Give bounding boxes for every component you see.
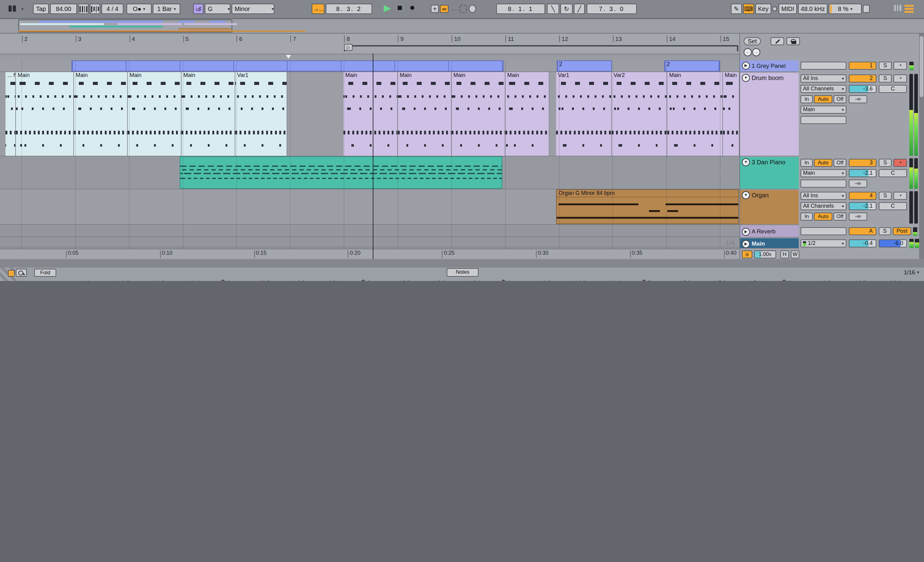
midi-beat-label[interactable]: 5 (646, 280, 651, 281)
drum-monitor-in[interactable]: In (801, 95, 813, 103)
arrangement-clip-drum[interactable]: Main (723, 72, 740, 156)
audition-waveform-button[interactable]: ıḷı (742, 250, 752, 258)
midi-beat-label[interactable]: 5.3 (716, 280, 726, 281)
drum-monitor-off[interactable]: Off (834, 95, 846, 103)
draw-mode-circle-button[interactable] (469, 5, 476, 13)
grey-io-box[interactable] (801, 62, 846, 70)
drum-output-channel[interactable] (801, 116, 846, 124)
track-header-drum-boom[interactable]: ▼Drum boom (740, 73, 799, 156)
bar-number[interactable]: 13 (613, 36, 622, 42)
drum-input-channel[interactable]: All Channels▾ (801, 85, 846, 93)
organ-input-channel[interactable]: All Channels▾ (801, 202, 846, 210)
fold-button[interactable]: Fold (34, 269, 56, 277)
arrangement-clip-drum[interactable]: Var1 (235, 72, 287, 156)
arrangement-clip-drum[interactable]: Var1 (556, 72, 612, 156)
loop-marker-icon[interactable]: ◂▸ (221, 278, 224, 281)
organ-solo-button[interactable]: S (879, 192, 892, 200)
tap-tempo-button[interactable]: Tap (33, 4, 49, 14)
key-map-mode-button[interactable]: Key (755, 4, 771, 14)
grid-setting[interactable]: 1/16▾ (904, 270, 919, 276)
drum-send-a[interactable]: -∞ (849, 95, 867, 103)
piano-monitor-auto[interactable]: Auto (814, 159, 832, 167)
midi-beat-label[interactable]: 2.2 (260, 280, 270, 281)
midi-beat-label[interactable]: 6.4 (891, 280, 901, 281)
arrangement-time-ruler[interactable]: 0:050:100:150:200:250:300:350:40 (0, 249, 740, 259)
unfold-track-icon[interactable]: ▶ (742, 228, 750, 236)
arrangement-position-field[interactable]: 8. 3. 2 (326, 4, 372, 14)
bar-number[interactable]: 10 (452, 36, 460, 42)
computer-midi-keyboard-button[interactable]: ⌨ (743, 4, 754, 14)
midi-beat-label[interactable]: 3.3 (435, 280, 445, 281)
arrangement-scrollbar[interactable] (919, 34, 924, 259)
piano-track-number[interactable]: 3 (849, 159, 876, 167)
organ-volume[interactable]: -2.1 (849, 202, 876, 210)
time-signature-field[interactable]: 4 / 4 (102, 4, 123, 14)
bar-number[interactable]: 15 (720, 36, 729, 42)
loop-marker-icon[interactable]: ◂▸ (642, 278, 645, 281)
midi-beat-label[interactable]: 1.4 (189, 280, 200, 281)
midi-beat-label[interactable]: 2.4 (330, 280, 340, 281)
arrangement-clip-drum[interactable]: Main (668, 72, 723, 156)
arrangement-clip-drum[interactable]: Main (398, 72, 452, 156)
track-header-organ[interactable]: ▼Organ (740, 190, 799, 225)
stop-button[interactable]: ■ (397, 3, 402, 12)
midi-beat-label[interactable]: 1 (84, 280, 90, 281)
bar-number[interactable]: 9 (398, 36, 404, 42)
arrangement-clip-drum[interactable]: Main (16, 72, 74, 156)
arrangement-clip-drum[interactable]: Main (182, 72, 235, 156)
track-header-dan-piano[interactable]: ▼3 Dan Piano (740, 157, 799, 189)
arrangement-clip-drum[interactable]: Main (506, 72, 549, 156)
lock-envelopes-button[interactable] (786, 37, 800, 45)
midi-beat-label[interactable]: 6 (786, 280, 791, 281)
bar-number[interactable]: 12 (559, 36, 568, 42)
reverb-io-box[interactable] (801, 227, 846, 235)
playback-speed-field[interactable]: 1.00x (754, 250, 776, 258)
midi-beat-label[interactable]: 5.2 (681, 280, 691, 281)
scale-root-menu[interactable]: G▾ (205, 4, 230, 14)
key-signature-icon[interactable]: ♭♯ (193, 4, 204, 14)
play-button[interactable]: ▶ (384, 3, 391, 13)
midi-beat-label[interactable]: 5.4 (751, 280, 761, 281)
loop-marker-icon[interactable]: ◂▸ (782, 278, 785, 281)
arrangement-clip-organ[interactable]: Organ G Minor 84 bpm (556, 189, 739, 224)
track-lane-grey-panel[interactable]: 22 (0, 60, 740, 72)
piano-volume[interactable]: -2.1 (849, 169, 876, 177)
chevron-down-icon[interactable]: ▾ (21, 7, 24, 11)
fold-track-icon[interactable]: ▼ (742, 74, 750, 82)
organ-monitor-in[interactable]: In (801, 213, 813, 220)
midi-beat-label[interactable]: 2.3 (295, 280, 305, 281)
set-locator-button[interactable]: Set (744, 37, 761, 45)
arrangement-clip-drum[interactable]: Var2 (612, 72, 668, 156)
main-output[interactable]: 1/2▾ (801, 240, 846, 247)
arrangement-clip-grey-panel[interactable]: 2 (557, 60, 612, 72)
bar-number[interactable]: 5 (183, 36, 189, 42)
drum-monitor-auto[interactable]: Auto (814, 95, 832, 103)
session-record-link-button[interactable]: ∞ (440, 5, 448, 13)
punch-in-button[interactable]: ╲ (547, 4, 559, 14)
organ-monitor-off[interactable]: Off (834, 213, 846, 220)
drum-output[interactable]: Main▾ (801, 106, 846, 114)
bar-number[interactable]: 8 (344, 36, 350, 42)
search-button[interactable] (16, 269, 27, 277)
fold-track-icon[interactable]: ▼ (742, 158, 750, 166)
follow-button[interactable]: →‥ (312, 4, 324, 14)
drum-pan[interactable]: C (879, 85, 907, 93)
organ-send-a[interactable]: -∞ (849, 213, 867, 220)
midi-beat-label[interactable]: 3 (365, 280, 370, 281)
bar-number[interactable]: 11 (506, 36, 514, 42)
record-button[interactable]: ● (410, 3, 415, 12)
bar-number[interactable]: 6 (237, 36, 243, 42)
piano-solo-button[interactable]: S (879, 159, 892, 167)
loop-marker-icon[interactable]: ◂▸ (361, 278, 364, 281)
bar-number[interactable]: 14 (667, 36, 676, 42)
menu-hamburger-icon[interactable] (904, 5, 914, 12)
drum-solo-button[interactable]: S (879, 75, 892, 82)
arrangement-clip-drum[interactable]: Main (452, 72, 506, 156)
piano-pan[interactable]: C (879, 169, 907, 177)
draw-automation-button[interactable] (771, 37, 784, 45)
piano-io-box[interactable] (801, 180, 846, 187)
track-lane-organ[interactable]: Organ G Minor 84 bpm (0, 189, 740, 225)
piano-output[interactable]: Main▾ (801, 169, 846, 177)
cpu-load-meter[interactable]: 8 %▾ (829, 4, 862, 14)
unfold-track-icon[interactable]: ▶ (742, 62, 750, 70)
